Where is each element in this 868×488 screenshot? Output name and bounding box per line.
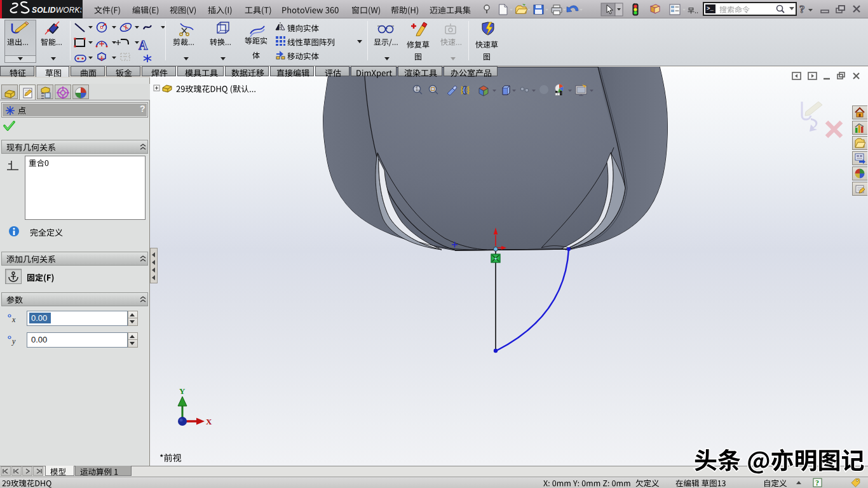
svg-text:X: X <box>206 417 212 426</box>
svg-text:x: x <box>11 315 16 324</box>
svg-text:?: ? <box>815 478 819 487</box>
svg-text:A: A <box>139 38 148 52</box>
svg-text:y: y <box>11 337 16 346</box>
svg-text:?: ? <box>799 3 805 15</box>
svg-text:SOLIDWORKS: SOLIDWORKS <box>32 6 81 15</box>
svg-text:Y: Y <box>179 386 186 396</box>
